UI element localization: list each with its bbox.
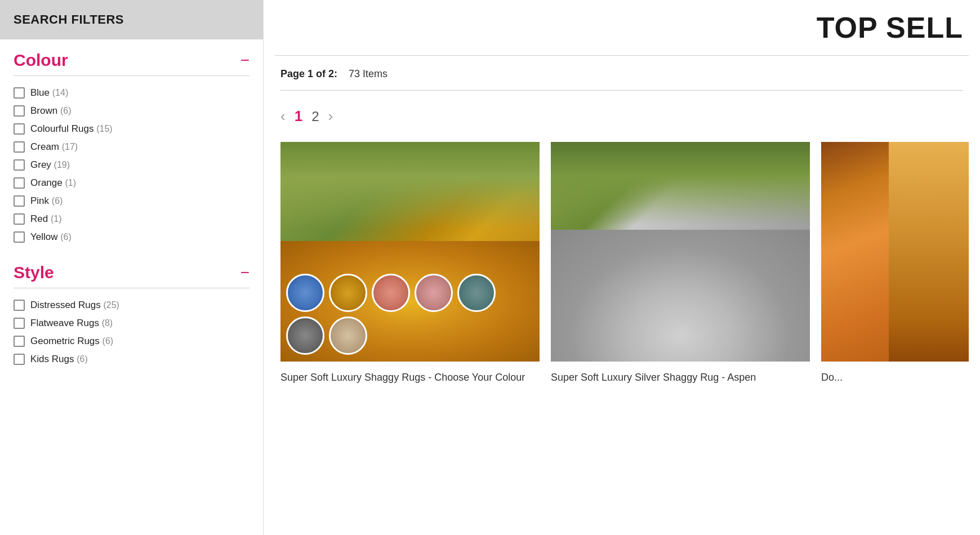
- filter-label-flatweave: Flatweave Rugs (8): [30, 318, 113, 329]
- product-title-3: Do...: [821, 362, 969, 388]
- filter-item-distressed[interactable]: Distressed Rugs (25): [14, 296, 250, 314]
- filter-label-pink: Pink (6): [30, 195, 63, 207]
- filter-checkbox-colourful[interactable]: [14, 123, 25, 135]
- sidebar-header-label: SEARCH FILTERS: [14, 12, 124, 26]
- product-image-1: [280, 142, 540, 362]
- product-title-2: Super Soft Luxury Silver Shaggy Rug - As…: [551, 362, 810, 388]
- product-image-2: [551, 142, 810, 362]
- colour-filter-title: Colour: [14, 51, 68, 70]
- filter-checkbox-kids[interactable]: [14, 354, 25, 365]
- colour-divider: [14, 75, 250, 76]
- pagination-prev[interactable]: ‹: [280, 108, 286, 125]
- colour-filter-toggle[interactable]: −: [240, 51, 250, 69]
- rug-grey-image: [551, 142, 810, 362]
- swatch-salmon[interactable]: [372, 274, 410, 312]
- swatch-beige[interactable]: [329, 316, 367, 355]
- filter-item-red[interactable]: Red (1): [14, 210, 250, 228]
- colour-filter-section: Colour − Blue (14) Brown (6) Colourful R…: [0, 39, 263, 252]
- page-info-label: Page 1 of 2:: [280, 68, 337, 80]
- filter-item-flatweave[interactable]: Flatweave Rugs (8): [14, 314, 250, 332]
- product-1-swatches: [286, 274, 534, 355]
- filter-item-yellow[interactable]: Yellow (6): [14, 228, 250, 246]
- top-bar: TOP SELL: [275, 0, 969, 56]
- pagination-page-1[interactable]: 1: [295, 108, 302, 125]
- filter-checkbox-cream[interactable]: [14, 141, 25, 153]
- top-sell-heading: TOP SELL: [817, 11, 963, 44]
- product-card-1[interactable]: Super Soft Luxury Shaggy Rugs - Choose Y…: [280, 142, 540, 388]
- pagination: ‹ 1 2 ›: [275, 102, 969, 142]
- swatch-gold[interactable]: [329, 274, 367, 312]
- filter-label-grey: Grey (19): [30, 159, 70, 171]
- style-filter-section: Style − Distressed Rugs (25) Flatweave R…: [0, 252, 263, 374]
- style-divider: [14, 288, 250, 288]
- products-grid: Super Soft Luxury Shaggy Rugs - Choose Y…: [275, 142, 969, 388]
- filter-item-colourful[interactable]: Colourful Rugs (15): [14, 120, 250, 138]
- swatch-darkgrey[interactable]: [286, 316, 324, 355]
- filter-checkbox-geometric[interactable]: [14, 336, 25, 347]
- swatch-blue[interactable]: [286, 274, 324, 312]
- swatch-teal[interactable]: [457, 274, 496, 312]
- pagination-next[interactable]: ›: [328, 108, 333, 125]
- filter-label-kids: Kids Rugs (6): [30, 354, 88, 365]
- product-image-3-partial: [821, 142, 969, 362]
- filter-item-blue[interactable]: Blue (14): [14, 84, 250, 102]
- filter-checkbox-orange[interactable]: [14, 177, 25, 189]
- pagination-page-2[interactable]: 2: [311, 109, 319, 124]
- style-filter-title: Style: [14, 263, 54, 282]
- filter-item-orange[interactable]: Orange (1): [14, 174, 250, 192]
- filter-item-kids[interactable]: Kids Rugs (6): [14, 350, 250, 368]
- filter-label-blue: Blue (14): [30, 87, 68, 99]
- filter-label-colourful: Colourful Rugs (15): [30, 123, 113, 135]
- filter-label-distressed: Distressed Rugs (25): [30, 300, 119, 311]
- filter-checkbox-red[interactable]: [14, 213, 25, 225]
- page-info-items: 73 Items: [349, 68, 387, 80]
- page-divider: [280, 90, 963, 91]
- colour-filter-title-row: Colour −: [14, 51, 250, 70]
- product-title-1: Super Soft Luxury Shaggy Rugs - Choose Y…: [280, 362, 540, 388]
- filter-item-grey[interactable]: Grey (19): [14, 156, 250, 174]
- filter-item-cream[interactable]: Cream (17): [14, 138, 250, 156]
- filter-label-brown: Brown (6): [30, 105, 71, 117]
- product-card-3-partial[interactable]: Do...: [821, 142, 969, 388]
- page-info-row: Page 1 of 2: 73 Items: [275, 56, 969, 90]
- filter-checkbox-flatweave[interactable]: [14, 318, 25, 329]
- sidebar: SEARCH FILTERS Colour − Blue (14) Brown …: [0, 0, 264, 535]
- product-card-2[interactable]: Super Soft Luxury Silver Shaggy Rug - As…: [551, 142, 810, 388]
- filter-label-cream: Cream (17): [30, 141, 78, 153]
- style-filter-title-row: Style −: [14, 263, 250, 282]
- filter-item-pink[interactable]: Pink (6): [14, 192, 250, 210]
- filter-label-geometric: Geometric Rugs (6): [30, 336, 113, 347]
- filter-item-geometric[interactable]: Geometric Rugs (6): [14, 332, 250, 350]
- filter-checkbox-pink[interactable]: [14, 195, 25, 207]
- filter-checkbox-blue[interactable]: [14, 87, 25, 99]
- filter-item-brown[interactable]: Brown (6): [14, 102, 250, 120]
- filter-checkbox-grey[interactable]: [14, 159, 25, 171]
- filter-checkbox-distressed[interactable]: [14, 300, 25, 311]
- filter-label-yellow: Yellow (6): [30, 231, 72, 243]
- style-filter-toggle[interactable]: −: [240, 264, 250, 282]
- swatch-pink[interactable]: [415, 274, 453, 312]
- filter-checkbox-yellow[interactable]: [14, 231, 25, 243]
- main-content: TOP SELL Page 1 of 2: 73 Items ‹ 1 2 ›: [264, 0, 980, 535]
- filter-label-red: Red (1): [30, 213, 61, 225]
- rug-partial-image: [821, 142, 969, 362]
- sidebar-header: SEARCH FILTERS: [0, 0, 263, 39]
- filter-checkbox-brown[interactable]: [14, 105, 25, 117]
- filter-label-orange: Orange (1): [30, 177, 76, 189]
